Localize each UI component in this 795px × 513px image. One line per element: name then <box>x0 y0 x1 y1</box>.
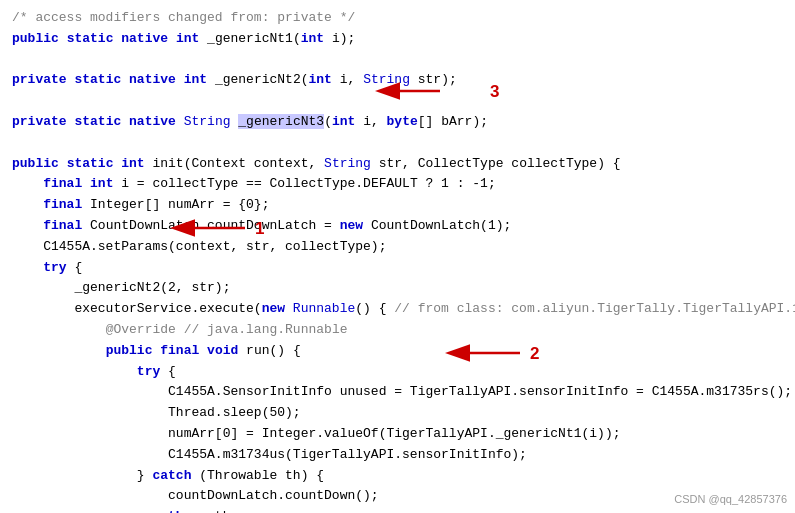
line-13: try { <box>12 258 783 279</box>
line-9: final int i = collectType == CollectType… <box>12 174 783 195</box>
line-11: final CountDownLatch countDownLatch = ne… <box>12 216 783 237</box>
line-blank-1 <box>12 50 783 71</box>
line-24: countDownLatch.countDown(); <box>12 486 783 507</box>
line-12: C1455A.setParams(context, str, collectTy… <box>12 237 783 258</box>
line-1: /* access modifiers changed from: privat… <box>12 8 783 29</box>
line-6: private static native String _genericNt3… <box>12 112 783 133</box>
line-blank-3 <box>12 133 783 154</box>
line-22: C1455A.m31734us(TigerTallyAPI.sensorInit… <box>12 445 783 466</box>
line-4: private static native int _genericNt2(in… <box>12 70 783 91</box>
line-8: public static int init(Context context, … <box>12 154 783 175</box>
line-19: C1455A.SensorInitInfo unused = TigerTall… <box>12 382 783 403</box>
watermark: CSDN @qq_42857376 <box>674 493 787 505</box>
line-18: try { <box>12 362 783 383</box>
line-2: public static native int _genericNt1(int… <box>12 29 783 50</box>
line-20: Thread.sleep(50); <box>12 403 783 424</box>
line-14: _genericNt2(2, str); <box>12 278 783 299</box>
line-15: executorService.execute(new Runnable() {… <box>12 299 783 320</box>
line-10: final Integer[] numArr = {0}; <box>12 195 783 216</box>
line-23: } catch (Throwable th) { <box>12 466 783 487</box>
line-25: throw th; <box>12 507 783 513</box>
line-17: public final void run() { <box>12 341 783 362</box>
line-16: @Override // java.lang.Runnable <box>12 320 783 341</box>
line-21: numArr[0] = Integer.valueOf(TigerTallyAP… <box>12 424 783 445</box>
code-area: /* access modifiers changed from: privat… <box>0 0 795 513</box>
line-blank-2 <box>12 91 783 112</box>
